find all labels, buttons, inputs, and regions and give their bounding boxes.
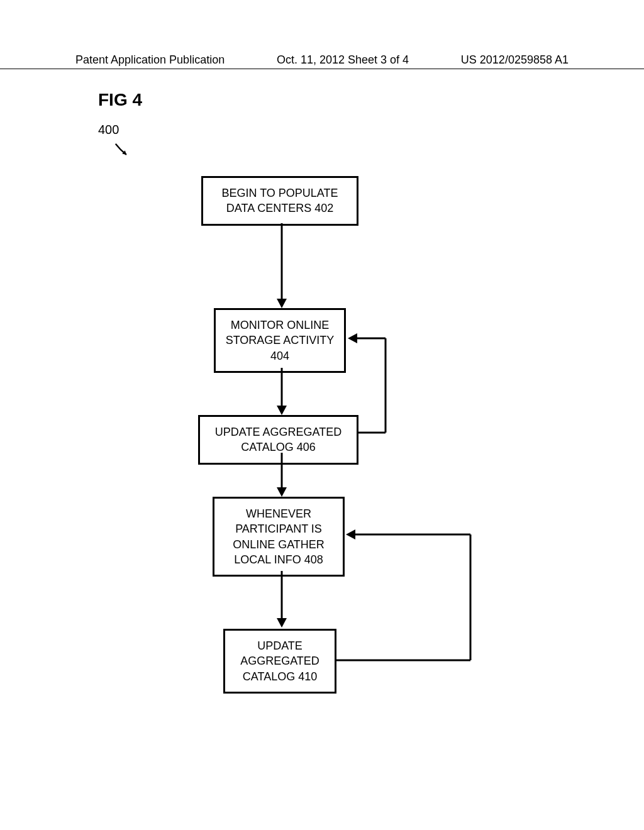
arrow-down-icon	[277, 368, 289, 418]
header-left: Patent Application Publication	[75, 53, 225, 67]
svg-marker-12	[277, 618, 287, 628]
figure-ref-number: 400	[98, 123, 119, 137]
loop-arrow-icon	[335, 528, 480, 673]
svg-marker-4	[277, 406, 287, 415]
arrow-down-icon	[277, 223, 289, 311]
flowchart-node-408: WHENEVER PARTICIPANT IS ONLINE GATHER LO…	[213, 497, 345, 577]
svg-marker-16	[346, 529, 355, 540]
svg-marker-2	[277, 299, 287, 308]
header-right: US 2012/0259858 A1	[461, 53, 569, 67]
arrow-down-icon	[277, 571, 289, 631]
page-header: Patent Application Publication Oct. 11, …	[0, 0, 644, 69]
svg-marker-10	[277, 487, 287, 497]
reference-arrow-icon	[113, 141, 132, 160]
header-center: Oct. 11, 2012 Sheet 3 of 4	[277, 53, 409, 67]
loop-arrow-icon	[345, 332, 395, 451]
flowchart-node-402: BEGIN TO POPULATE DATA CENTERS 402	[201, 176, 358, 226]
figure-label: FIG 4	[98, 90, 142, 110]
flowchart-node-404: MONITOR ONLINE STORAGE ACTIVITY 404	[214, 308, 346, 373]
arrow-down-icon	[277, 453, 289, 500]
flowchart-node-410: UPDATE AGGREGATED CATALOG 410	[223, 629, 336, 694]
svg-marker-8	[348, 333, 357, 343]
